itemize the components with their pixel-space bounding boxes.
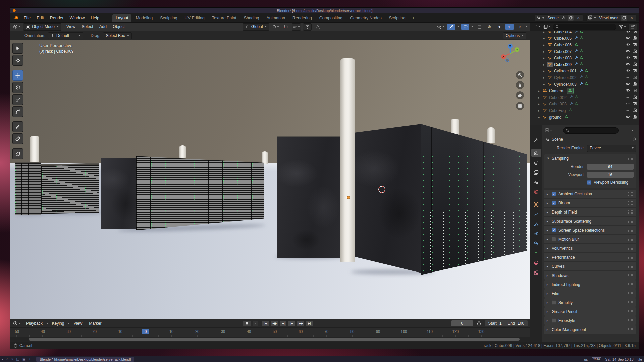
section-depth-of-field[interactable]: ▸Depth of Field bbox=[544, 208, 636, 216]
shading-material-preview-button[interactable]: ◐ bbox=[505, 24, 514, 30]
timeline-editor-type-dropdown[interactable] bbox=[12, 320, 21, 327]
render-engine-dropdown[interactable]: Eevee bbox=[587, 145, 636, 152]
show-object-types-dropdown[interactable] bbox=[436, 24, 445, 30]
drag-grip-icon[interactable] bbox=[628, 229, 634, 232]
workspace-tab-sculpting[interactable]: Sculpting bbox=[157, 14, 180, 22]
render-visibility-icon[interactable] bbox=[633, 82, 637, 87]
play-reverse-button[interactable]: ◀ bbox=[280, 321, 286, 326]
outliner-row-cube-007[interactable]: ▸Cube.007 bbox=[530, 48, 639, 55]
transform-orientation-dropdown[interactable]: Global bbox=[243, 23, 270, 31]
viewport-denoising-checkbox[interactable]: ✓ bbox=[587, 180, 591, 185]
properties-tab-material[interactable] bbox=[531, 259, 541, 267]
eye-open-icon[interactable] bbox=[626, 115, 630, 120]
workspace-tab-layout[interactable]: Layout bbox=[112, 14, 132, 22]
properties-tab-world[interactable] bbox=[531, 188, 541, 196]
render-visibility-icon[interactable] bbox=[633, 49, 637, 54]
eye-open-icon[interactable] bbox=[626, 55, 630, 61]
new-scene-button[interactable] bbox=[568, 15, 574, 21]
render-visibility-icon[interactable] bbox=[633, 101, 637, 107]
properties-tab-scene[interactable] bbox=[531, 178, 541, 186]
new-collection-button[interactable] bbox=[628, 23, 637, 31]
outliner-row-cube-009[interactable]: ▸Cube.009 bbox=[530, 61, 639, 68]
eye-open-icon[interactable] bbox=[626, 82, 630, 87]
expand-arrow-icon[interactable]: ▸ bbox=[537, 109, 541, 112]
timeline-menu-playback[interactable]: Playback bbox=[23, 320, 46, 327]
gizmos-toggle[interactable] bbox=[447, 24, 455, 30]
ambient-occlusion-checkbox[interactable]: ✓ bbox=[552, 192, 556, 196]
rotate-tool-button[interactable] bbox=[12, 82, 23, 93]
outliner-item-name[interactable]: Cylinder.003 bbox=[554, 82, 577, 87]
render-visibility-icon[interactable] bbox=[633, 115, 637, 120]
viewport-menu-object[interactable]: Object bbox=[110, 23, 128, 31]
properties-tab-modifiers[interactable] bbox=[531, 210, 541, 218]
properties-tab-output[interactable] bbox=[531, 159, 541, 167]
toggle-ortho-button[interactable] bbox=[516, 102, 524, 110]
eye-open-icon[interactable] bbox=[626, 42, 630, 48]
eye-open-icon[interactable] bbox=[626, 88, 630, 94]
drag-grip-icon[interactable] bbox=[628, 265, 634, 268]
render-disabled-icon[interactable] bbox=[633, 75, 637, 80]
drag-grip-icon[interactable] bbox=[628, 210, 634, 214]
orientation-default-dropdown[interactable]: Default bbox=[48, 32, 83, 39]
sampling-render-field[interactable]: 64 bbox=[587, 164, 634, 170]
outliner-row-cube-003[interactable]: ▸Cube.003 bbox=[530, 101, 639, 108]
menu-file[interactable]: File bbox=[21, 14, 34, 22]
drag-mode-dropdown[interactable]: Select Box bbox=[103, 32, 131, 39]
proportional-falloff-dropdown[interactable] bbox=[314, 24, 322, 30]
section-film[interactable]: ▸Film bbox=[544, 289, 636, 298]
workspace-tab-animation[interactable]: Animation bbox=[263, 14, 289, 22]
motion-blur-checkbox[interactable] bbox=[552, 237, 556, 241]
outliner-row-cylinder-001[interactable]: ▸Cylinder.001 bbox=[530, 68, 639, 75]
outliner-editor-type-dropdown[interactable] bbox=[532, 24, 541, 30]
drag-grip-icon[interactable] bbox=[628, 201, 634, 205]
drag-grip-icon[interactable] bbox=[628, 274, 634, 277]
render-visibility-icon[interactable] bbox=[633, 31, 637, 35]
gizmos-dropdown[interactable] bbox=[457, 26, 459, 27]
move-tool-button[interactable] bbox=[12, 70, 23, 81]
select-box-tool-button[interactable] bbox=[12, 43, 23, 54]
shading-wireframe-button[interactable]: ⊕ bbox=[485, 24, 493, 30]
eye-open-icon[interactable] bbox=[626, 49, 630, 54]
properties-tab-object[interactable] bbox=[531, 200, 541, 208]
expand-arrow-icon[interactable]: ▸ bbox=[537, 116, 541, 119]
add-cube-tool-button[interactable] bbox=[12, 148, 23, 159]
snap-toggle[interactable] bbox=[282, 24, 290, 30]
outliner-row-cubefog[interactable]: ▸CubeFog bbox=[530, 107, 639, 114]
annotate-tool-button[interactable] bbox=[12, 121, 23, 132]
menu-render[interactable]: Render bbox=[47, 14, 67, 22]
eye-open-icon[interactable] bbox=[626, 62, 630, 67]
outliner-row-cube-002[interactable]: ▸Cube.002 bbox=[530, 94, 639, 101]
expand-arrow-icon[interactable]: ▸ bbox=[542, 69, 546, 73]
current-frame-badge[interactable]: 0 bbox=[142, 329, 149, 334]
drag-grip-icon[interactable] bbox=[628, 310, 634, 313]
outliner-item-name[interactable]: CubeFog bbox=[549, 108, 566, 113]
outliner-row-cube-006[interactable]: ▸Cube.006 bbox=[530, 42, 639, 48]
remove-viewlayer-button[interactable]: ✕ bbox=[629, 15, 635, 21]
outliner-item-name[interactable]: Cube.009 bbox=[554, 62, 572, 67]
3d-viewport[interactable]: User Perspective (0) rack | Cube.009 Z bbox=[10, 40, 530, 319]
workspace-tab-uv-editing[interactable]: UV Editing bbox=[181, 14, 208, 22]
simplify-checkbox[interactable] bbox=[552, 300, 556, 305]
timeline-menu-marker[interactable]: Marker bbox=[86, 320, 104, 327]
timeline-menu-keying[interactable]: Keying bbox=[49, 320, 67, 327]
expand-arrow-icon[interactable]: ▸ bbox=[537, 102, 541, 106]
workspace-tab-texture-paint[interactable]: Texture Paint bbox=[209, 14, 240, 22]
expand-arrow-icon[interactable]: ▸ bbox=[542, 83, 546, 86]
taskbar-icon[interactable]: ∴ bbox=[6, 357, 8, 361]
scale-tool-button[interactable] bbox=[12, 94, 23, 105]
proportional-editing-toggle[interactable] bbox=[303, 23, 312, 31]
tray-badge[interactable]: 2826 bbox=[592, 357, 601, 361]
properties-tab-particles[interactable] bbox=[531, 220, 541, 228]
outliner-item-name[interactable]: Cube.004 bbox=[554, 31, 572, 34]
outliner-item-name[interactable]: Cylinder.002 bbox=[554, 75, 577, 80]
properties-tab-texture[interactable] bbox=[531, 268, 541, 277]
xray-toggle[interactable] bbox=[475, 24, 483, 30]
properties-editor-type-dropdown[interactable] bbox=[544, 127, 553, 134]
shading-dropdown[interactable] bbox=[526, 26, 528, 27]
pin-icon[interactable] bbox=[562, 15, 566, 20]
viewport-menu-add[interactable]: Add bbox=[96, 23, 110, 31]
outliner-item-name[interactable]: Cube.006 bbox=[554, 43, 572, 47]
section-ambient-occlusion[interactable]: ▸✓Ambient Occlusion bbox=[544, 190, 636, 198]
gizmo-z-label[interactable]: Z bbox=[509, 45, 511, 48]
cursor-tool-button[interactable] bbox=[12, 55, 23, 66]
